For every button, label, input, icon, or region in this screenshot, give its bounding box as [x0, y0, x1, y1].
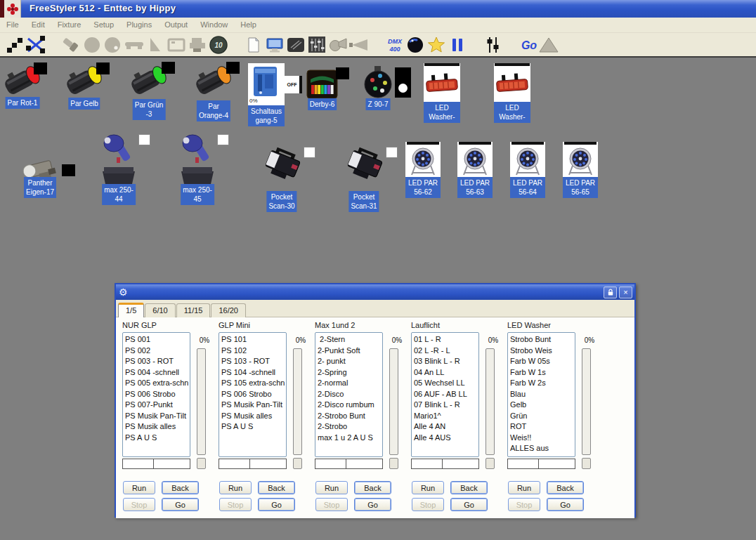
- fixture-select-marker[interactable]: [386, 147, 398, 158]
- level-slider-thumb[interactable]: [582, 458, 591, 469]
- stop-button[interactable]: Stop: [412, 498, 444, 511]
- fixture-par-gruen-3[interactable]: Par Grün -3: [128, 62, 170, 97]
- cue-item[interactable]: PS 002: [125, 345, 190, 357]
- cue-item[interactable]: 2-Disco: [318, 389, 382, 400]
- stop-button[interactable]: Stop: [123, 498, 155, 511]
- fixture-select-marker[interactable]: [336, 67, 349, 79]
- cue-item[interactable]: 2-Disco rumbum: [318, 400, 382, 411]
- cue-item[interactable]: 07 Blink L - R: [414, 400, 478, 411]
- cue-item[interactable]: Strobo Bunt: [510, 334, 575, 345]
- cue-item[interactable]: 2-Spring: [318, 367, 382, 378]
- run-button[interactable]: Run: [219, 481, 252, 494]
- stop-button[interactable]: Stop: [219, 498, 252, 511]
- fixture-max-250-45[interactable]: max 250- 45: [176, 132, 219, 185]
- cue-item[interactable]: PS 101: [221, 334, 286, 345]
- cue-item[interactable]: Alle 4 AN: [414, 421, 478, 433]
- fixture-panther-eigen-17[interactable]: Panther Eigen-17: [20, 154, 60, 186]
- level-slider-thumb[interactable]: [293, 458, 302, 469]
- cue-item[interactable]: 2-Strobo: [318, 421, 382, 433]
- cue-item[interactable]: ALLES aus: [510, 443, 575, 454]
- fixture-led-par-56-63[interactable]: LED PAR 56-63: [457, 142, 493, 198]
- cue-item[interactable]: 2-Strobo Bunt: [318, 411, 382, 422]
- level-slider-thumb[interactable]: [389, 458, 398, 469]
- cue-item[interactable]: PS Musik Pan-Tilt: [221, 400, 286, 411]
- fixture-led-washer-b[interactable]: LED Washer-: [494, 63, 530, 123]
- tab-1-5[interactable]: 1/5: [118, 303, 144, 317]
- level-slider-track[interactable]: [582, 348, 591, 455]
- run-button[interactable]: Run: [123, 481, 155, 494]
- cue-item[interactable]: PS 007-Punkt: [125, 400, 190, 411]
- cue-item[interactable]: 05 Wechsel LL: [414, 378, 478, 389]
- run-button[interactable]: Run: [315, 481, 348, 494]
- tab-16-20[interactable]: 16/20: [211, 303, 246, 317]
- cue-listbox[interactable]: 01 L - R02 L -R - L03 Blink L - R04 An L…: [411, 332, 479, 457]
- cue-item[interactable]: Farb W 2s: [510, 378, 575, 389]
- cue-item[interactable]: PS 102: [221, 345, 286, 357]
- back-button[interactable]: Back: [354, 481, 391, 494]
- fixture-z-90-7[interactable]: Z 90-7: [361, 66, 395, 98]
- fixture-max-250-44[interactable]: max 250- 44: [97, 132, 141, 185]
- cue-item[interactable]: PS 104 -schnell: [221, 367, 286, 378]
- fixture-led-washer-a[interactable]: LED Washer-: [424, 63, 460, 123]
- cue-item[interactable]: Grün: [510, 411, 575, 422]
- cue-item[interactable]: PS Musik alles: [221, 411, 286, 422]
- go-button[interactable]: Go: [354, 498, 391, 511]
- tab-11-15[interactable]: 11/15: [176, 303, 211, 317]
- fixture-led-par-56-65[interactable]: LED PAR 56-65: [563, 142, 598, 198]
- back-button[interactable]: Back: [450, 481, 488, 494]
- cue-item[interactable]: 2-Punkt Soft: [318, 345, 382, 357]
- cue-listbox[interactable]: 2-Stern2-Punkt Soft2- punkt2-Spring2-nor…: [315, 332, 383, 457]
- cue-item[interactable]: PS 103 - ROT: [221, 356, 286, 367]
- go-button[interactable]: Go: [258, 498, 295, 511]
- stop-button[interactable]: Stop: [508, 498, 540, 511]
- fixture-pocket-scan-31[interactable]: Pocket Scan-31: [344, 145, 384, 188]
- fixture-par-gelb[interactable]: Par Gelb: [63, 62, 105, 97]
- cue-item[interactable]: 06 AUF - AB LL: [414, 389, 478, 400]
- cue-item[interactable]: max 1 u 2 A U S: [318, 433, 382, 444]
- cue-listbox[interactable]: Strobo BuntStrobo WeisFarb W 05sFarb W 1…: [507, 332, 575, 457]
- cue-item[interactable]: Strobo Weis: [510, 345, 575, 357]
- lock-button[interactable]: [604, 287, 617, 298]
- cue-window-titlebar[interactable]: ⚙ ×: [116, 284, 634, 300]
- fixture-select-marker[interactable]: [96, 62, 110, 74]
- cue-item[interactable]: Gelb: [510, 400, 575, 411]
- fixture-select-marker[interactable]: [62, 164, 75, 176]
- cue-item[interactable]: PS 001: [125, 334, 190, 345]
- cue-item[interactable]: PS 005 extra-schn: [125, 378, 190, 389]
- cue-item[interactable]: Farb W 05s: [510, 356, 575, 367]
- close-button[interactable]: ×: [619, 287, 632, 298]
- cue-item[interactable]: PS A U S: [125, 433, 190, 444]
- go-button[interactable]: Go: [450, 498, 488, 511]
- cue-item[interactable]: ROT: [510, 421, 575, 433]
- fixture-pocket-scan-30[interactable]: Pocket Scan-30: [261, 145, 302, 188]
- fixture-select-marker[interactable]: [304, 147, 315, 158]
- level-slider-track[interactable]: [485, 348, 495, 455]
- fixture-select-marker[interactable]: [162, 62, 175, 74]
- cue-item[interactable]: Weis!!: [510, 433, 575, 444]
- cue-item[interactable]: PS Musik alles: [125, 421, 190, 433]
- level-slider-track[interactable]: [293, 348, 302, 455]
- tab-6-10[interactable]: 6/10: [145, 303, 175, 317]
- cue-listbox[interactable]: PS 001PS 002PS 003 - ROTPS 004 -schnellP…: [122, 332, 190, 457]
- cue-item[interactable]: PS 004 -schnell: [125, 367, 190, 378]
- level-slider-thumb[interactable]: [197, 458, 206, 469]
- level-slider-thumb[interactable]: [485, 458, 495, 469]
- go-button[interactable]: Go: [162, 498, 199, 511]
- cue-item[interactable]: PS 006 Strobo: [221, 389, 286, 400]
- back-button[interactable]: Back: [162, 481, 199, 494]
- cue-item[interactable]: 2-normal: [318, 378, 382, 389]
- fixture-select-marker[interactable]: [395, 67, 411, 98]
- cue-item[interactable]: Alle 4 AUS: [414, 433, 478, 444]
- cue-item[interactable]: PS Musik Pan-Tilt: [125, 411, 190, 422]
- fixture-derby-6[interactable]: Derby-6: [306, 70, 338, 99]
- back-button[interactable]: Back: [258, 481, 295, 494]
- fixture-led-par-56-62[interactable]: LED PAR 56-62: [405, 142, 441, 198]
- cue-item[interactable]: 02 L -R - L: [414, 345, 478, 357]
- fixture-schaltausgang-5[interactable]: 0%OFFSchaltaus gang-5: [248, 63, 285, 126]
- cue-item[interactable]: 2-Stern: [318, 334, 382, 345]
- fixture-select-marker[interactable]: [226, 62, 240, 74]
- cue-item[interactable]: Mario1^: [414, 411, 478, 422]
- cue-item[interactable]: 03 Blink L - R: [414, 356, 478, 367]
- fixture-led-par-56-64[interactable]: LED PAR 56-64: [510, 142, 545, 198]
- go-button[interactable]: Go: [547, 498, 584, 511]
